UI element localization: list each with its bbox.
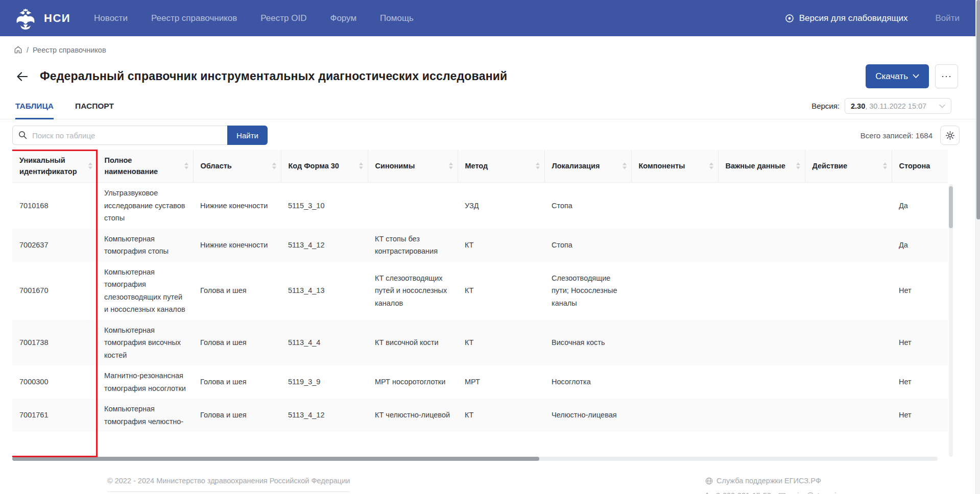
sort-icon[interactable] <box>88 163 92 169</box>
brand[interactable]: НСИ <box>14 7 70 30</box>
sort-icon[interactable] <box>184 163 188 169</box>
sort-icon[interactable] <box>272 163 276 169</box>
cell-synonyms <box>368 183 458 229</box>
cell-method: КТ <box>458 229 544 262</box>
column-label: Синонимы <box>375 162 415 170</box>
cell-side: Нет <box>892 399 948 432</box>
nav-item-forum[interactable]: Форум <box>330 13 356 23</box>
column-label: Код Форма 30 <box>289 162 339 170</box>
download-button[interactable]: Скачать <box>866 64 929 88</box>
column-label: Действие <box>812 162 848 170</box>
table-row[interactable]: 7002637Компьютерная томография стопыНижн… <box>12 229 948 262</box>
cell-area: Голова и шея <box>193 262 281 320</box>
nav-item-oid[interactable]: Реестр OID <box>260 13 306 23</box>
login-button[interactable]: Войти <box>935 13 960 23</box>
cell-code: 5113_4_13 <box>281 262 368 320</box>
footer: © 2022 - 2024 Министерство здравоохранен… <box>0 477 980 494</box>
horizontal-scrollbar-thumb[interactable] <box>12 457 539 461</box>
cell-side: Нет <box>892 365 948 399</box>
column-label: Уникальный идентификатор <box>19 156 77 176</box>
column-label: Компоненты <box>639 162 685 170</box>
column-header-localization[interactable]: Локализация <box>544 150 631 183</box>
cell-area: Голова и шея <box>193 320 281 366</box>
nav-item-registry[interactable]: Реестр справочников <box>151 13 237 23</box>
cell-name: Ультразвуковое исследование суставов сто… <box>97 183 193 229</box>
table-row[interactable]: 7001738Компьютерная томография височных … <box>12 320 948 366</box>
sort-icon[interactable] <box>449 163 453 169</box>
table-row[interactable]: 7010168Ультразвуковое исследование суста… <box>12 183 948 229</box>
column-header-id[interactable]: Уникальный идентификатор <box>12 150 97 183</box>
tab-table[interactable]: ТАБЛИЦА <box>15 96 54 119</box>
sort-icon[interactable] <box>359 163 363 169</box>
support-email[interactable]: egisz@stp-egisz.ru <box>778 491 852 494</box>
back-arrow-icon[interactable] <box>15 69 30 84</box>
sort-icon[interactable] <box>883 163 887 169</box>
version-select[interactable]: 2.30, 30.11.2022 15:07 <box>845 98 951 114</box>
cell-important <box>718 365 805 399</box>
mail-icon <box>778 492 786 494</box>
search-input[interactable] <box>12 126 227 145</box>
cell-name: Компьютерная томография слезоотводящих п… <box>97 262 193 320</box>
column-header-area[interactable]: Область <box>193 150 281 183</box>
breadcrumb: / Реестр справочников <box>0 36 980 54</box>
accessibility-label: Версия для слабовидящих <box>799 13 908 23</box>
column-header-name[interactable]: Полное наименование <box>97 150 193 183</box>
search-icon <box>18 131 27 139</box>
cell-id: 7000300 <box>12 365 97 399</box>
breadcrumb-current[interactable]: Реестр справочников <box>33 46 106 54</box>
column-header-synonyms[interactable]: Синонимы <box>368 150 458 183</box>
find-button[interactable]: Найти <box>227 126 268 145</box>
column-header-method[interactable]: Метод <box>458 150 544 183</box>
gear-icon <box>945 131 955 140</box>
vertical-scrollbar[interactable] <box>949 184 953 457</box>
table-row[interactable]: 7001761Компьютерная томография челюстно-… <box>12 399 948 432</box>
table-viewport: Уникальный идентификаторПолное наименова… <box>12 150 953 463</box>
column-label: Важные данные <box>726 162 785 170</box>
cell-code: 5115_3_10 <box>281 183 368 229</box>
cell-area: Нижние конечности <box>193 229 281 262</box>
cell-method: КТ <box>458 262 544 320</box>
table-row[interactable]: 7001670Компьютерная томография слезоотво… <box>12 262 948 320</box>
column-header-important[interactable]: Важные данные <box>718 150 805 183</box>
tab-passport[interactable]: ПАСПОРТ <box>75 96 114 119</box>
copyright-link[interactable]: © 2022 - 2024 Министерство здравоохранен… <box>107 477 350 492</box>
window-scrollbar-thumb[interactable] <box>976 0 980 219</box>
window-scrollbar[interactable] <box>975 0 980 494</box>
vertical-scrollbar-thumb[interactable] <box>949 186 953 228</box>
cell-localization: Носоглотка <box>544 365 631 399</box>
table-settings-button[interactable] <box>940 126 960 145</box>
table-row[interactable]: 7000300Магнитно-резонансная томография н… <box>12 365 948 399</box>
support-phone[interactable]: 8-800-301-15-59 <box>705 491 771 494</box>
column-header-components[interactable]: Компоненты <box>631 150 718 183</box>
home-icon[interactable] <box>14 45 22 54</box>
support-link[interactable]: Служба поддержки ЕГИСЗ.РФ <box>716 477 821 485</box>
top-navbar: НСИ Новости Реестр справочников Реестр O… <box>0 0 980 36</box>
cell-name: Компьютерная томография челюстно- <box>97 399 193 432</box>
nav-item-news[interactable]: Новости <box>94 13 128 23</box>
title-row: Федеральный справочник инструментальных … <box>0 54 980 88</box>
horizontal-scrollbar[interactable] <box>12 457 938 461</box>
table-header-row: Уникальный идентификаторПолное наименова… <box>12 150 948 183</box>
cell-components <box>631 320 718 366</box>
email-address: egisz@stp-egisz.ru <box>789 491 852 494</box>
data-table: Уникальный идентификаторПолное наименова… <box>12 150 948 432</box>
sort-icon[interactable] <box>536 163 540 169</box>
sort-icon[interactable] <box>709 163 713 169</box>
more-actions-button[interactable]: ··· <box>935 64 958 88</box>
cell-important <box>718 183 805 229</box>
cell-synonyms: МРТ носоротоглотки <box>368 365 458 399</box>
column-header-action[interactable]: Действие <box>805 150 892 183</box>
total-records-label: Всего записей: 1684 <box>861 131 933 140</box>
cell-method: МРТ <box>458 365 544 399</box>
nav-item-help[interactable]: Помощь <box>380 13 414 23</box>
eye-icon <box>785 14 794 23</box>
sort-icon[interactable] <box>796 163 800 169</box>
sort-icon[interactable] <box>623 163 627 169</box>
cell-side: Да <box>892 229 948 262</box>
version-date: , 30.11.2022 15:07 <box>865 102 926 110</box>
accessibility-version-button[interactable]: Версия для слабовидящих <box>785 13 908 23</box>
column-header-code[interactable]: Код Форма 30 <box>281 150 368 183</box>
cell-method: УЗД <box>458 183 544 229</box>
cell-action <box>805 229 892 262</box>
cell-synonyms: КТ челюстно-лицевой <box>368 399 458 432</box>
